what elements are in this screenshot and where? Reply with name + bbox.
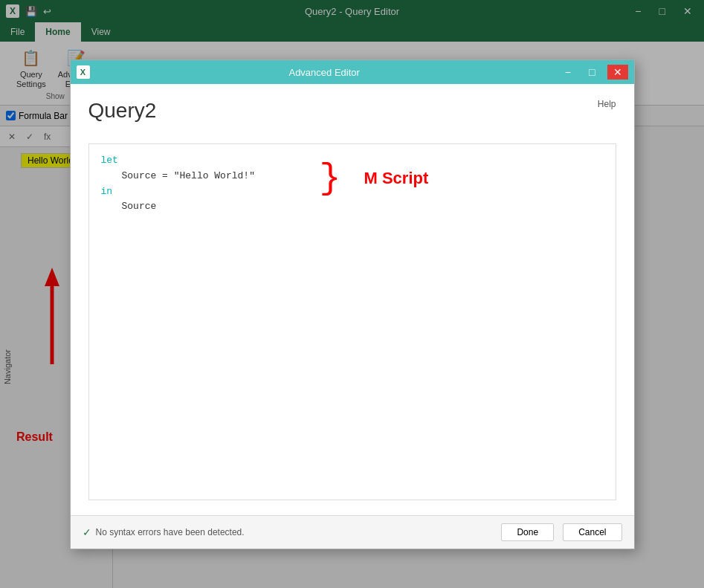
code-editor[interactable]: let Source = "Hello World!" in Source } … [88, 143, 616, 500]
code-line-2: Source = "Hello World!" [101, 169, 604, 184]
m-script-annotation: M Script [364, 165, 429, 191]
code-line-4: Source [101, 199, 604, 215]
modal-title: Advanced Editor [96, 67, 553, 78]
code-line-1: let [101, 153, 604, 169]
done-button[interactable]: Done [501, 523, 554, 541]
modal-status: ✓ No syntax errors have been detected. [83, 526, 493, 538]
modal-titlebar: X Advanced Editor − □ ✕ [71, 60, 634, 84]
modal-maximize-button[interactable]: □ [583, 65, 601, 80]
modal-close-button[interactable]: ✕ [607, 65, 628, 80]
modal-overlay: X Advanced Editor − □ ✕ Query2 Help let [0, 0, 704, 588]
modal-minimize-button[interactable]: − [559, 65, 577, 80]
status-text: No syntax errors have been detected. [96, 527, 245, 537]
modal-xl-icon: X [77, 65, 90, 79]
modal-footer: ✓ No syntax errors have been detected. D… [71, 515, 634, 549]
advanced-editor-modal: X Advanced Editor − □ ✕ Query2 Help let [70, 59, 635, 549]
modal-body: Query2 Help let Source = "Hello World!" … [71, 84, 634, 515]
brace-annotation: } [320, 161, 341, 196]
modal-help-link[interactable]: Help [598, 99, 616, 109]
status-check-icon: ✓ [83, 526, 91, 538]
cancel-button[interactable]: Cancel [563, 523, 621, 541]
code-line-3: in [101, 184, 604, 200]
modal-query-title: Query2 [88, 99, 157, 123]
